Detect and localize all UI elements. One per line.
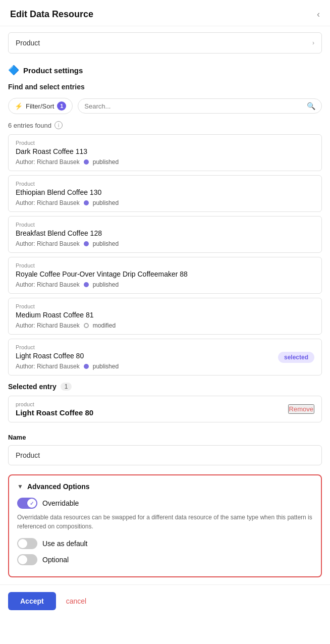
optional-toggle-row: Optional (17, 554, 313, 565)
remove-button[interactable]: Remove (288, 404, 314, 414)
overridable-description: Overridable data resources can be swappe… (17, 513, 313, 531)
entry-name: Ethiopian Blend Coffee 130 (16, 188, 314, 196)
search-box: 🔍 (78, 98, 322, 114)
selected-count-badge: 1 (61, 383, 72, 391)
filter-search-row: ⚡ Filter/Sort 1 🔍 (0, 95, 330, 119)
overridable-toggle-row: ✓ Overridable (17, 498, 313, 509)
filter-sort-label: Filter/Sort (26, 102, 54, 110)
entry-meta: Author: Richard Bausek published (16, 363, 314, 370)
selected-entry-card: product Light Roast Coffee 80 Remove (8, 396, 322, 422)
info-icon: i (54, 121, 63, 129)
bottom-actions: Accept cancel (0, 584, 330, 617)
name-label: Name (8, 434, 322, 441)
entry-type: Product (16, 262, 314, 269)
entry-author: Author: Richard Bausek (16, 281, 80, 288)
chevron-right-icon: › (312, 39, 314, 46)
list-item[interactable]: Product Dark Roast Coffee 113 Author: Ri… (8, 134, 322, 171)
entry-meta: Author: Richard Bausek modified (16, 322, 314, 329)
entry-author: Author: Richard Bausek (16, 363, 80, 370)
search-input[interactable] (84, 102, 307, 110)
entry-type: Product (16, 303, 314, 309)
entry-name: Light Roast Coffee 80 (16, 352, 314, 360)
header: Edit Data Resource ‹ (0, 0, 330, 26)
entry-name: Medium Roast Coffee 81 (16, 311, 314, 319)
entry-author: Author: Richard Bausek (16, 240, 80, 247)
status-text: published (93, 281, 119, 288)
filter-sort-button[interactable]: ⚡ Filter/Sort 1 (8, 98, 73, 114)
entry-name: Dark Roast Coffee 113 (16, 147, 314, 155)
product-settings-label: Product settings (23, 66, 83, 75)
name-section: Name (0, 426, 330, 469)
entry-meta: Author: Richard Bausek published (16, 158, 314, 166)
entry-type: Product (16, 140, 314, 146)
status-dot (84, 282, 89, 287)
use-as-default-toggle[interactable] (17, 538, 37, 549)
selected-entry-label: Selected entry (8, 383, 57, 391)
entry-author: Author: Richard Bausek (16, 158, 80, 166)
name-input[interactable] (8, 445, 322, 465)
selected-entry-name: Light Roast Coffee 80 (16, 408, 93, 417)
entry-type: Product (16, 222, 314, 228)
list-item[interactable]: Product Light Roast Coffee 80 Author: Ri… (8, 339, 322, 375)
status-text: modified (93, 322, 116, 329)
list-item[interactable]: Product Ethiopian Blend Coffee 130 Autho… (8, 175, 322, 212)
status-dot (84, 200, 89, 205)
product-dropdown[interactable]: Product › (8, 32, 322, 53)
overridable-toggle[interactable]: ✓ (17, 498, 37, 509)
status-text: published (93, 199, 119, 206)
status-text: published (93, 158, 119, 166)
search-icon: 🔍 (307, 102, 315, 110)
list-item[interactable]: Product Breakfast Blend Coffee 128 Autho… (8, 216, 322, 253)
product-settings-icon: 🔷 (8, 65, 19, 76)
advanced-options-section: ▼ Advanced Options ✓ Overridable Overrid… (8, 474, 322, 577)
status-dot (84, 323, 89, 328)
status-text: published (93, 363, 119, 370)
selected-entry-header: Selected entry 1 (8, 383, 322, 391)
product-settings-heading: 🔷 Product settings (0, 60, 330, 79)
entry-meta: Author: Richard Bausek published (16, 199, 314, 206)
entry-author: Author: Richard Bausek (16, 199, 80, 206)
accept-button[interactable]: Accept (8, 592, 56, 610)
optional-label: Optional (42, 556, 69, 564)
entries-list: Product Dark Roast Coffee 113 Author: Ri… (0, 134, 330, 375)
status-dot (84, 241, 89, 246)
entry-name: Breakfast Blend Coffee 128 (16, 229, 314, 237)
entry-meta: Author: Richard Bausek published (16, 240, 314, 247)
page-container: Edit Data Resource ‹ Product › 🔷 Product… (0, 0, 330, 644)
status-text: published (93, 240, 119, 247)
selected-entry-info: product Light Roast Coffee 80 (16, 401, 93, 417)
checkmark-icon: ✓ (30, 501, 34, 506)
use-as-default-toggle-row: Use as default (17, 538, 313, 549)
use-as-default-label: Use as default (42, 540, 88, 548)
overridable-label: Overridable (42, 499, 79, 507)
selected-badge: selected (278, 352, 314, 363)
product-dropdown-label: Product (16, 39, 40, 47)
entry-meta: Author: Richard Bausek published (16, 281, 314, 288)
filter-badge: 1 (57, 101, 66, 111)
entry-author: Author: Richard Bausek (16, 322, 80, 329)
optional-toggle[interactable] (17, 554, 37, 565)
entries-count: 6 entries found i (0, 119, 330, 134)
selected-entry-type: product (16, 401, 93, 407)
cancel-button[interactable]: cancel (66, 597, 86, 605)
page-title: Edit Data Resource (10, 9, 93, 20)
close-icon[interactable]: ‹ (317, 9, 320, 20)
entry-type: Product (16, 181, 314, 187)
advanced-options-header[interactable]: ▼ Advanced Options (17, 482, 313, 491)
entry-name: Royale Coffee Pour-Over Vintage Drip Cof… (16, 270, 314, 278)
advanced-options-label: Advanced Options (27, 482, 90, 491)
list-item[interactable]: Product Royale Coffee Pour-Over Vintage … (8, 257, 322, 294)
entry-type: Product (16, 344, 314, 350)
chevron-down-icon: ▼ (17, 483, 23, 490)
find-select-label: Find and select entries (0, 79, 330, 95)
selected-entry-section: Selected entry 1 product Light Roast Cof… (0, 375, 330, 426)
status-dot (84, 159, 89, 165)
filter-icon: ⚡ (15, 102, 23, 110)
status-dot (84, 364, 89, 369)
entries-count-text: 6 entries found (8, 122, 51, 129)
list-item[interactable]: Product Medium Roast Coffee 81 Author: R… (8, 298, 322, 335)
